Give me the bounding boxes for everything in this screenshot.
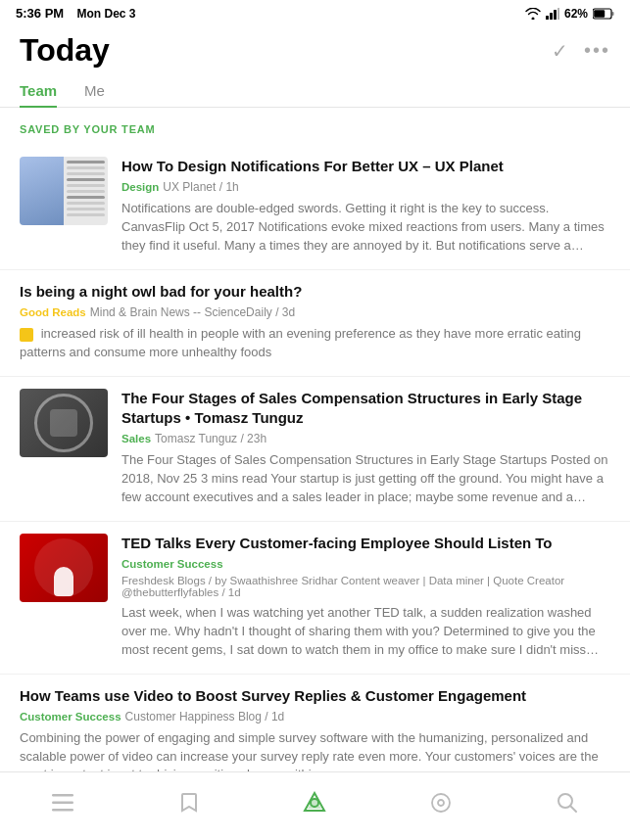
tab-me[interactable]: Me xyxy=(84,74,105,107)
nav-explore-button[interactable] xyxy=(416,781,465,824)
tabs-container: Team Me xyxy=(0,74,630,108)
article-excerpt: Notifications are double-edged swords. G… xyxy=(121,200,610,256)
article-content: TED Talks Every Customer-facing Employee… xyxy=(121,534,610,660)
home-icon xyxy=(303,791,326,815)
article-source: UX Planet / 1h xyxy=(163,180,238,194)
article-item[interactable]: The Four Stages of Sales Compensation St… xyxy=(0,377,630,522)
article-source: Tomasz Tunguz / 23h xyxy=(155,432,267,445)
nav-menu-button[interactable] xyxy=(38,781,87,824)
check-icon[interactable]: ✓ xyxy=(552,39,568,63)
article-thumbnail xyxy=(20,157,108,225)
article-source: Mind & Brain News -- ScienceDaily / 3d xyxy=(90,305,295,319)
header: Today ✓ ••• xyxy=(0,24,630,74)
article-excerpt: Last week, when I was watching yet anoth… xyxy=(121,604,610,660)
article-title: How To Design Notifications For Better U… xyxy=(121,157,610,176)
article-title: Is being a night owl bad for your health… xyxy=(20,282,610,302)
battery-icon xyxy=(593,8,614,20)
article-meta: Sales Tomasz Tunguz / 23h xyxy=(121,432,610,445)
search-icon xyxy=(557,792,578,814)
svg-line-16 xyxy=(570,806,576,812)
nav-home-button[interactable] xyxy=(290,781,339,824)
header-actions: ✓ ••• xyxy=(552,39,610,63)
wifi-icon xyxy=(525,8,541,20)
status-bar: 5:36 PM Mon Dec 3 62% xyxy=(0,0,630,24)
article-title: TED Talks Every Customer-facing Employee… xyxy=(121,534,610,553)
bottom-nav xyxy=(0,771,630,840)
article-tag: Good Reads xyxy=(20,305,86,319)
svg-rect-7 xyxy=(52,794,73,797)
svg-rect-6 xyxy=(594,10,605,18)
article-tag: Customer Success xyxy=(121,557,223,571)
svg-rect-3 xyxy=(557,8,559,20)
menu-icon xyxy=(52,794,73,812)
article-meta: Design UX Planet / 1h xyxy=(121,180,610,194)
article-tag: Design xyxy=(121,180,159,194)
highlight-icon xyxy=(20,328,33,342)
nav-bookmark-button[interactable] xyxy=(165,781,214,824)
battery-text: 62% xyxy=(564,7,588,21)
article-thumbnail xyxy=(20,534,108,602)
svg-rect-9 xyxy=(52,809,73,812)
article-item[interactable]: TED Talks Every Customer-facing Employee… xyxy=(0,522,630,675)
article-content: Is being a night owl bad for your health… xyxy=(20,282,610,362)
article-content: How To Design Notifications For Better U… xyxy=(121,157,610,256)
status-time: 5:36 PM Mon Dec 3 xyxy=(16,6,136,21)
article-excerpt: The Four Stages of Sales Compensation St… xyxy=(121,451,610,507)
article-source: Customer Happiness Blog / 1d xyxy=(125,710,285,723)
article-meta: Customer Success Freshdesk Blogs / by Sw… xyxy=(121,557,610,598)
bookmark-icon xyxy=(180,792,198,814)
article-title: The Four Stages of Sales Compensation St… xyxy=(121,389,610,429)
status-right-icons: 62% xyxy=(525,7,614,21)
article-thumbnail xyxy=(20,389,108,457)
svg-point-13 xyxy=(432,794,450,812)
section-saved-by-team-header: SAVED BY YOUR TEAM xyxy=(0,108,630,145)
article-excerpt: increased risk of ill health in people w… xyxy=(20,325,610,362)
nav-search-button[interactable] xyxy=(543,781,592,824)
article-title: How Teams use Video to Boost Survey Repl… xyxy=(20,686,610,706)
more-icon[interactable]: ••• xyxy=(584,39,610,62)
svg-rect-1 xyxy=(550,13,553,20)
page-title: Today xyxy=(20,32,110,69)
article-tag: Sales xyxy=(121,432,151,445)
svg-rect-5 xyxy=(612,12,614,16)
svg-rect-0 xyxy=(546,16,549,20)
content-area: SAVED BY YOUR TEAM How To Design Notific… xyxy=(0,108,630,840)
article-item[interactable]: How To Design Notifications For Better U… xyxy=(0,145,630,270)
article-source: Freshdesk Blogs / by Swaathishree Sridha… xyxy=(121,575,610,598)
article-content: The Four Stages of Sales Compensation St… xyxy=(121,389,610,507)
article-meta: Good Reads Mind & Brain News -- ScienceD… xyxy=(20,305,610,319)
svg-rect-8 xyxy=(52,801,73,804)
svg-point-14 xyxy=(438,800,444,806)
explore-icon xyxy=(430,792,452,814)
article-meta: Customer Success Customer Happiness Blog… xyxy=(20,710,610,723)
article-content: How Teams use Video to Boost Survey Repl… xyxy=(20,686,610,785)
article-item[interactable]: Is being a night owl bad for your health… xyxy=(0,270,630,377)
signal-icon xyxy=(546,8,559,20)
article-tag: Customer Success xyxy=(20,710,121,723)
tab-team[interactable]: Team xyxy=(20,74,57,107)
svg-rect-2 xyxy=(554,10,557,20)
